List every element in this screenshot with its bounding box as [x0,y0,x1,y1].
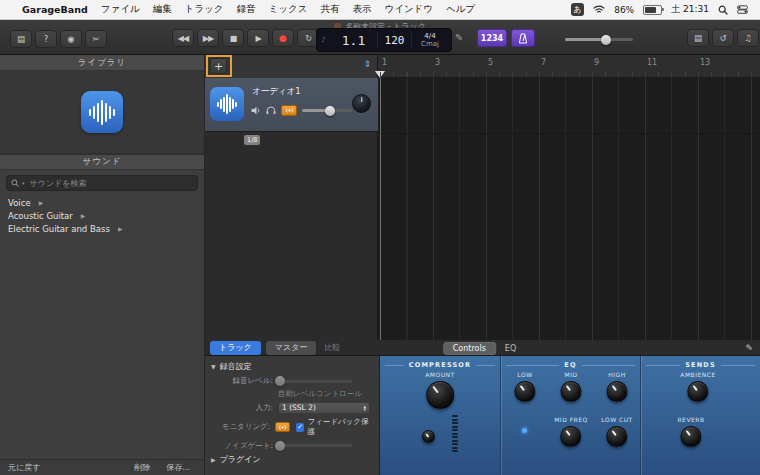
library-item-acoustic-guitar[interactable]: Acoustic Guitar ▶ [0,209,204,222]
library-toggle-button[interactable]: ▤ [10,30,32,48]
low-cut-knob[interactable] [607,426,628,447]
search-scope-icon[interactable]: ▾ [22,180,25,186]
key-signature-display[interactable]: 4/4 Cmaj [412,32,448,48]
play-button[interactable]: ▶ [247,29,269,47]
delete-button[interactable]: 削除 [134,462,150,473]
mid-knob[interactable] [561,381,582,402]
menu-mix[interactable]: ミックス [269,3,308,16]
reverb-knob[interactable] [680,426,701,447]
menubar-status: あ 86% 土 21:31 [571,3,748,16]
low-knob[interactable] [515,381,536,402]
timeline-ruler[interactable]: 1 3 5 7 9 11 13 [378,55,760,78]
track-volume-slider[interactable] [302,109,352,112]
stop-button[interactable]: ■ [222,29,244,47]
playhead-marker[interactable] [375,71,385,78]
high-knob[interactable] [607,381,628,402]
sound-search-input[interactable] [28,178,193,189]
quick-help-button[interactable]: ? [35,30,57,48]
notepad-icon: ▤ [694,33,702,43]
menu-record[interactable]: 録音 [237,3,256,16]
mid-freq-knob[interactable] [560,426,581,447]
playhead-position[interactable]: 1.1 [330,33,377,48]
time-signature: 4/4 [424,32,435,40]
eq-led [522,428,527,433]
forward-button[interactable]: ▶▶ [197,29,219,47]
tempo-display[interactable]: 120 [378,34,411,47]
revert-button[interactable]: 元に戻す [8,462,40,473]
sound-search-field[interactable]: ▾ [6,175,198,191]
tab-eq[interactable]: EQ [499,343,522,354]
lcd-display[interactable]: ♪ 1.1 120 4/4 Cmaj [316,28,452,52]
menu-window[interactable]: ウインドウ [384,3,433,16]
menu-view[interactable]: 表示 [352,3,371,16]
rewind-button[interactable]: ◀◀ [172,29,194,47]
input-monitoring-button[interactable] [281,105,297,116]
master-volume-slider[interactable] [565,38,633,41]
volume-thumb[interactable] [601,35,611,45]
metronome-button[interactable] [511,29,535,47]
audio-waveform-icon [81,91,123,133]
editors-button[interactable]: ✂ [85,30,107,48]
track-name[interactable]: オーディオ1 [252,86,301,98]
disclosure-down-icon: ▼ [211,363,216,370]
help-icon: ? [44,34,49,44]
wifi-icon[interactable] [593,5,605,14]
record-level-slider[interactable] [278,380,352,383]
patch-preview [0,71,204,154]
compressor-aux-knob[interactable] [422,430,435,443]
input-method-icon[interactable]: あ [571,3,584,16]
library-item-voice[interactable]: Voice ▶ [0,196,204,209]
timeline-grid[interactable] [378,78,760,340]
record-button[interactable]: ● [272,29,294,47]
save-button[interactable]: 保存... [166,462,190,473]
compare-button[interactable]: 比較 [321,341,343,355]
media-browser-button[interactable]: ♫ [737,29,759,47]
menubar-clock[interactable]: 土 21:31 [671,3,709,16]
amount-knob[interactable] [426,381,454,409]
notepad-button[interactable]: ▤ [687,29,709,47]
smart-controls-button[interactable]: ◉ [60,30,82,48]
menu-garageband[interactable]: GarageBand [22,4,88,15]
menu-file[interactable]: ファイル [101,3,140,16]
ruler-mark: 11 [647,58,657,67]
add-track-button[interactable]: + [210,58,227,74]
pencil-icon[interactable]: ✎ [745,343,753,353]
track-resize-icon[interactable]: ⇕ [363,59,371,69]
menu-track[interactable]: トラック [185,3,224,16]
ruler-mark: 5 [488,58,493,67]
menu-help[interactable]: ヘルプ [446,3,475,16]
feedback-protection-checkbox[interactable]: ✓ [296,423,305,432]
menu-share[interactable]: 共有 [320,3,339,16]
tab-master[interactable]: マスター [266,341,317,355]
ruler-mark: 9 [594,58,599,67]
monitoring-label: モニタリング: [211,422,270,432]
noise-gate-slider[interactable] [278,444,352,447]
tab-controls[interactable]: Controls [443,342,496,355]
track-row-audio1[interactable]: オーディオ1 [205,78,378,132]
left-toolbar-group-1: ▤ ? [10,30,57,48]
spotlight-icon[interactable] [718,5,728,15]
input-select-value: 1 (SSL 2) [282,403,316,412]
loop-browser-button[interactable]: ↺ [712,29,734,47]
control-center-icon[interactable] [737,5,748,14]
library-item-electric-guitar-bass[interactable]: Electric Guitar and Bass ▶ [0,222,204,235]
menu-edit[interactable]: 編集 [153,3,172,16]
track-volume-thumb[interactable] [325,106,335,116]
plugins-header[interactable]: ▶ プラグイン [211,454,373,465]
chevron-right-icon: ▶ [39,199,44,206]
recording-settings-header[interactable]: ▼ 録音設定 [211,361,373,372]
library-item-label: Voice [8,198,31,208]
mute-button[interactable] [251,106,261,115]
ambience-knob[interactable] [688,381,709,402]
battery-icon[interactable] [643,5,662,15]
disclosure-right-icon: ▶ [211,456,216,463]
input-select[interactable]: 1 (SSL 2) ▴▾ [278,402,370,414]
pan-knob[interactable] [352,94,371,113]
pencil-icon[interactable]: ✎ [455,32,463,43]
track-header-area: + ⇕ オーディオ1 [205,55,378,340]
tab-track[interactable]: トラック [210,341,261,355]
count-in-button[interactable]: 1234 [477,29,507,47]
record-level-label: 録音レベル: [211,376,273,386]
solo-button[interactable] [266,106,276,115]
monitoring-toggle-button[interactable] [275,422,289,432]
